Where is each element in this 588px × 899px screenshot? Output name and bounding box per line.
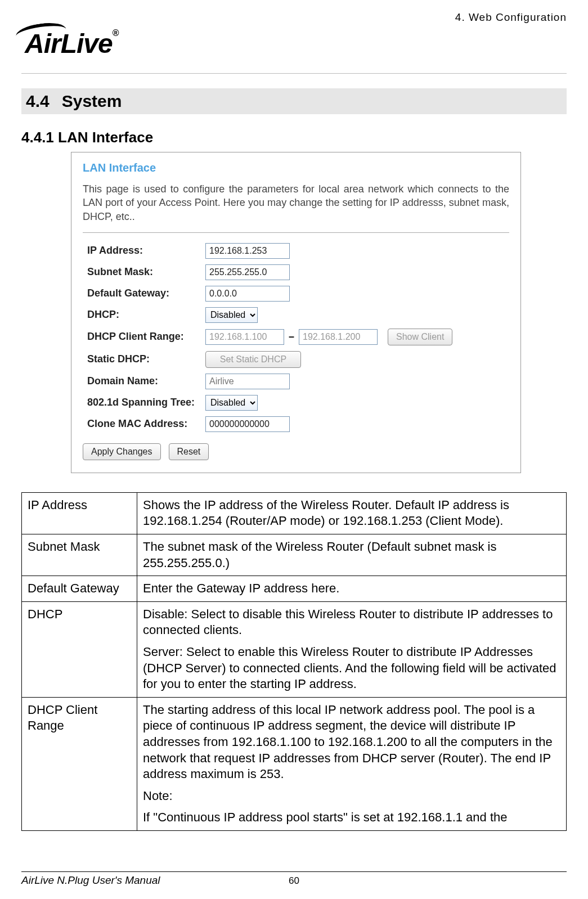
clone-mac-label: Clone MAC Address: (83, 418, 205, 430)
section-title: System (62, 92, 122, 110)
param-desc-cell: Shows the IP address of the Wireless Rou… (137, 492, 567, 534)
manual-name: AirLive N.Plug User's Manual (21, 874, 160, 887)
apply-changes-button[interactable]: Apply Changes (83, 443, 161, 460)
brand-logo: AirLive® (21, 28, 119, 59)
dhcp-range-end-input (299, 329, 378, 345)
param-desc-cell: Disable: Select to disable this Wireless… (137, 601, 567, 697)
show-client-button: Show Client (388, 329, 452, 345)
param-desc-paragraph: The subnet mask of the Wireless Router (… (143, 539, 560, 571)
param-desc-paragraph: Disable: Select to disable this Wireless… (143, 606, 560, 639)
subsection-number: 4.4.1 (21, 129, 54, 146)
param-desc-paragraph: Note: (143, 788, 560, 804)
spanning-tree-select[interactable]: Disabled (205, 395, 258, 411)
registered-icon: ® (113, 28, 119, 38)
default-gateway-label: Default Gateway: (83, 287, 205, 299)
dhcp-select[interactable]: Disabled (205, 307, 258, 323)
param-desc-paragraph: The starting address of this local IP ne… (143, 702, 560, 783)
param-name-cell: DHCP (22, 601, 137, 697)
param-name-cell: Subnet Mask (22, 534, 137, 576)
section-heading: 4.4System (21, 88, 567, 114)
reset-button[interactable]: Reset (169, 443, 209, 460)
table-row: IP AddressShows the IP address of the Wi… (22, 492, 567, 534)
param-name-cell: IP Address (22, 492, 137, 534)
param-name-cell: Default Gateway (22, 576, 137, 602)
dhcp-range-start-input (205, 329, 284, 345)
panel-description: This page is used to configure the param… (83, 182, 509, 223)
param-desc-paragraph: If "Continuous IP address pool starts" i… (143, 810, 560, 826)
table-row: Default GatewayEnter the Gateway IP addr… (22, 576, 567, 602)
page-number: 60 (289, 875, 299, 887)
domain-name-label: Domain Name: (83, 375, 205, 387)
table-row: DHCP Client RangeThe starting address of… (22, 697, 567, 830)
param-desc-cell: The starting address of this local IP ne… (137, 697, 567, 830)
page-footer: AirLive N.Plug User's Manual 60 (21, 871, 567, 887)
param-desc-cell: Enter the Gateway IP address here. (137, 576, 567, 602)
subsection-title: LAN Interface (58, 129, 153, 146)
ip-address-label: IP Address: (83, 245, 205, 257)
param-desc-paragraph: Shows the IP address of the Wireless Rou… (143, 497, 560, 529)
section-number: 4.4 (26, 92, 50, 110)
dhcp-range-label: DHCP Client Range: (83, 331, 205, 343)
default-gateway-input[interactable] (205, 286, 290, 302)
header-divider (21, 62, 567, 74)
chapter-reference: 4. Web Configuration (21, 11, 567, 24)
dhcp-label: DHCP: (83, 309, 205, 321)
set-static-dhcp-button: Set Static DHCP (205, 351, 301, 368)
subsection-heading: 4.4.1 LAN Interface (21, 129, 567, 146)
subnet-mask-label: Subnet Mask: (83, 266, 205, 278)
spanning-tree-label: 802.1d Spanning Tree: (83, 397, 205, 408)
clone-mac-input[interactable] (205, 416, 290, 432)
static-dhcp-label: Static DHCP: (83, 353, 205, 365)
lan-interface-screenshot: LAN Interface This page is used to confi… (71, 152, 521, 473)
param-desc-paragraph: Enter the Gateway IP address here. (143, 581, 560, 597)
range-dash: – (289, 331, 294, 343)
subnet-mask-input[interactable] (205, 264, 290, 280)
param-desc-paragraph: Server: Select to enable this Wireless R… (143, 644, 560, 693)
table-row: Subnet MaskThe subnet mask of the Wirele… (22, 534, 567, 576)
param-name-cell: DHCP Client Range (22, 697, 137, 830)
panel-title: LAN Interface (83, 161, 509, 174)
parameter-description-table: IP AddressShows the IP address of the Wi… (21, 492, 567, 831)
domain-name-input (205, 374, 290, 389)
ip-address-input[interactable] (205, 243, 290, 259)
table-row: DHCPDisable: Select to disable this Wire… (22, 601, 567, 697)
panel-divider (83, 232, 509, 233)
param-desc-cell: The subnet mask of the Wireless Router (… (137, 534, 567, 576)
